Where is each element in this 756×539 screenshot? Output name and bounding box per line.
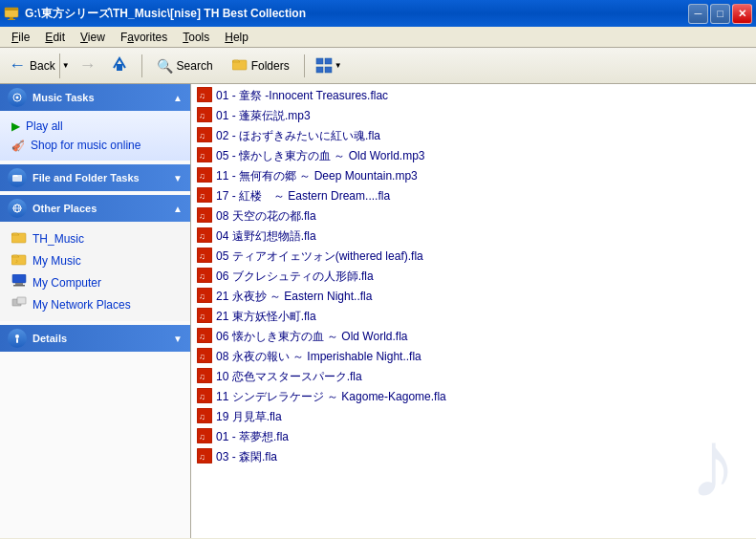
other-places-icon [8,199,27,218]
my-music-icon: ♪ [11,252,27,269]
file-folder-tasks-icon [8,168,27,187]
file-icon: ♫ [197,207,212,226]
svg-text:♫: ♫ [199,291,205,301]
left-panel: Music Tasks ▲ ▶ Play all 🎻 Shop for musi… [0,84,191,538]
file-name: 05 ティアオイェツォン(withered leaf).fla [216,248,423,265]
other-places-body: TH_Music ♪ My Music [0,222,190,321]
svg-rect-2 [10,17,13,19]
my-music-place[interactable]: ♪ My Music [8,249,183,271]
file-item[interactable]: ♫ 11 シンデレラケージ ～ Kagome-Kagome.fla [195,387,752,407]
music-tasks-chevron: ▲ [173,93,183,103]
my-network-places[interactable]: My Network Places [8,293,183,315]
svg-rect-3 [8,19,15,20]
menu-view[interactable]: View [73,29,113,46]
file-name: 19 月見草.fla [216,409,282,425]
file-item[interactable]: ♫ 19 月見草.fla [195,407,752,427]
svg-point-24 [15,334,19,338]
file-name: 04 遠野幻想物語.fla [216,228,316,245]
file-item[interactable]: ♫ 02 - ほおずきみたいに紅い魂.fla [195,126,752,146]
forward-button[interactable]: → [75,53,101,79]
window-controls: ─ □ ✕ [688,4,752,24]
file-item[interactable]: ♫ 10 恋色マスタースパーク.fla [195,367,752,387]
svg-point-11 [16,97,19,99]
file-folder-tasks-chevron: ▼ [173,173,183,183]
toolbar-separator-2 [304,54,305,77]
search-button[interactable]: 🔍 Search [148,53,222,79]
music-tasks-header[interactable]: Music Tasks ▲ [0,84,190,111]
file-icon: ♫ [197,308,212,326]
file-item[interactable]: ♫ 17 - 紅楼 ～ Eastern Dream....fla [195,186,752,206]
search-icon: 🔍 [157,58,173,74]
svg-text:♫: ♫ [199,271,205,281]
th-music-place[interactable]: TH_Music [8,227,183,249]
file-item[interactable]: ♫ 06 ブクレシュティの人形師.fla [195,267,752,287]
music-tasks-body: ▶ Play all 🎻 Shop for music online [0,111,190,161]
menu-edit[interactable]: Edit [37,29,73,46]
menu-file[interactable]: File [4,29,37,46]
file-name: 01 - 萃夢想.fla [216,429,289,445]
menu-tools[interactable]: Tools [175,29,217,46]
minimize-button[interactable]: ─ [688,4,708,24]
file-item[interactable]: ♫ 08 永夜の報い ～ Imperishable Night..fla [195,347,752,367]
details-header[interactable]: Details ▼ [0,325,190,352]
forward-btn-main: → [76,54,100,77]
file-icon: ♫ [197,107,212,125]
other-places-header[interactable]: Other Places ▲ [0,195,190,222]
close-button[interactable]: ✕ [732,4,752,24]
back-button[interactable]: ← Back ▼ [4,53,73,79]
file-item[interactable]: ♫ 01 - 童祭 -Innocent Treasures.flac [195,86,752,106]
svg-text:♫: ♫ [199,211,205,221]
views-button[interactable]: ▼ [311,53,347,79]
up-button[interactable] [103,53,136,79]
other-places-chevron: ▲ [173,204,183,214]
file-item[interactable]: ♫ 03 - 森閑.fla [195,447,752,467]
shop-icon: 🎻 [11,140,25,152]
file-icon: ♫ [197,328,212,346]
file-name: 05 - 懐かしき東方の血 ～ Old World.mp3 [216,148,424,164]
file-icon: ♫ [197,348,212,366]
my-computer-icon [11,274,27,291]
svg-rect-4 [117,64,122,71]
other-places-label: Other Places [32,203,97,214]
svg-rect-6 [316,58,323,64]
details-label: Details [32,333,67,344]
file-name: 06 ブクレシュティの人形師.fla [216,269,374,285]
back-arrow-icon: ← [9,55,26,75]
file-icon: ♫ [197,428,212,446]
file-icon: ♫ [197,268,212,286]
views-chevron: ▼ [335,61,342,70]
play-all-task[interactable]: ▶ Play all [8,117,183,136]
my-computer-label: My Computer [32,276,101,290]
file-item[interactable]: ♫ 21 永夜抄 ～ Eastern Night..fla [195,287,752,307]
folders-button[interactable]: Folders [224,53,298,79]
my-network-places-label: My Network Places [32,298,131,312]
file-name: 21 永夜抄 ～ Eastern Night..fla [216,289,372,305]
up-arrow-icon [110,54,129,77]
file-item[interactable]: ♫ 01 - 萃夢想.fla [195,427,752,447]
file-item[interactable]: ♫ 21 東方妖怪小町.fla [195,307,752,327]
file-icon: ♫ [197,127,212,145]
file-folder-tasks-header[interactable]: File and Folder Tasks ▼ [0,164,190,191]
back-btn-main[interactable]: ← Back [5,54,59,77]
back-dropdown[interactable]: ▼ [59,54,72,78]
svg-text:♫: ♫ [199,111,205,120]
file-item[interactable]: ♫ 05 - 懐かしき東方の血 ～ Old World.mp3 [195,146,752,166]
file-item[interactable]: ♫ 06 懐かしき東方の血 ～ Old World.fla [195,327,752,347]
file-item[interactable]: ♫ 05 ティアオイェツォン(withered leaf).fla [195,247,752,267]
file-icon: ♫ [197,147,212,165]
file-item[interactable]: ♫ 11 - 無何有の郷 ～ Deep Mountain.mp3 [195,166,752,186]
music-tasks-icon [8,88,27,107]
shop-music-task[interactable]: 🎻 Shop for music online [8,136,183,155]
file-list: ♪ ♫ 01 - 童祭 -Innocent Treasures.flac ♫ 0… [191,84,756,538]
menu-help[interactable]: Help [217,29,256,46]
menu-favorites[interactable]: Favorites [113,29,175,46]
svg-text:♫: ♫ [199,352,205,361]
svg-text:♫: ♫ [199,312,205,321]
file-item[interactable]: ♫ 01 - 蓬萊伝説.mp3 [195,106,752,126]
my-music-label: My Music [32,254,81,268]
svg-text:♫: ♫ [199,372,205,381]
file-item[interactable]: ♫ 08 天空の花の都.fla [195,206,752,226]
file-item[interactable]: ♫ 04 遠野幻想物語.fla [195,226,752,247]
my-computer-place[interactable]: My Computer [8,271,183,293]
maximize-button[interactable]: □ [710,4,730,24]
